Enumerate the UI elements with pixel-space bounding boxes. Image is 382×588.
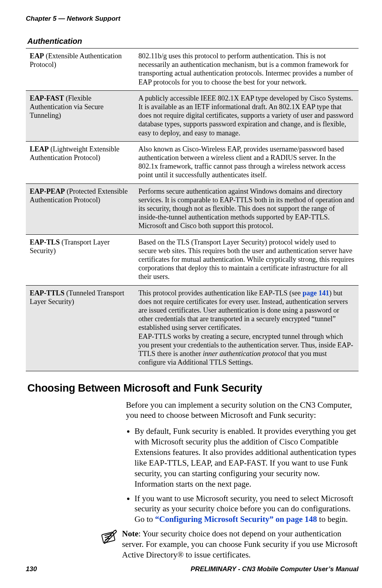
note-label: Note: [122, 529, 138, 538]
term-rest: (Extensible Authentication Protocol): [30, 52, 122, 68]
page: Chapter 5 — Network Support Authenticati…: [0, 0, 382, 588]
footer-title: PRELIMINARY - CN3 Mobile Computer User’s…: [191, 565, 359, 573]
term-bold: EAP-TLS: [30, 238, 60, 246]
note-icon: [100, 529, 122, 547]
page-link[interactable]: “Configuring Microsoft Security” on page…: [155, 514, 317, 524]
term-bold: EAP: [30, 52, 44, 60]
term-bold: EAP-FAST: [30, 94, 64, 102]
desc-cell: Performs secure authentication against W…: [135, 183, 359, 234]
running-head: Chapter 5 — Network Support: [26, 15, 359, 23]
term-bold: LEAP: [30, 145, 49, 153]
note-body: : Your security choice does not depend o…: [122, 529, 357, 559]
page-number: 130: [26, 565, 37, 573]
bullet-list: By default, Funk security is enabled. It…: [126, 426, 359, 525]
term-cell: EAP-PEAP (Protected Extensible Authentic…: [26, 183, 135, 234]
bullet-text: to begin.: [317, 514, 348, 524]
section-heading-authentication: Authentication: [27, 37, 359, 46]
desc-cell: A publicly accessible IEEE 802.1X EAP ty…: [135, 90, 359, 141]
table-row: EAP-TLS (Transport Layer Security) Based…: [26, 234, 359, 285]
heading-choosing-security: Choosing Between Microsoft and Funk Secu…: [27, 382, 359, 394]
note-text: Note: Your security choice does not depe…: [122, 529, 359, 560]
desc-italic: inner authentication protocol: [203, 350, 287, 358]
term-bold: EAP-TTLS: [30, 289, 65, 297]
desc-cell: Based on the TLS (Transport Layer Securi…: [135, 234, 359, 285]
term-cell: EAP-TLS (Transport Layer Security): [26, 234, 135, 285]
list-item: By default, Funk security is enabled. It…: [135, 426, 359, 489]
list-item: If you want to use Microsoft security, y…: [135, 493, 359, 525]
table-row: LEAP (Lightweight Extensible Authenticat…: [26, 141, 359, 183]
table-row: EAP (Extensible Authentication Protocol)…: [26, 49, 359, 91]
desc-cell: 802.11b/g uses this protocol to perform …: [135, 49, 359, 91]
intro-paragraph: Before you can implement a security solu…: [126, 400, 359, 421]
authentication-table: EAP (Extensible Authentication Protocol)…: [26, 48, 359, 371]
term-cell: EAP-TTLS (Tunneled Transport Layer Secur…: [26, 285, 135, 371]
body-column: Before you can implement a security solu…: [126, 400, 359, 525]
note-block: Note: Your security choice does not depe…: [100, 529, 359, 560]
footer: 130 PRELIMINARY - CN3 Mobile Computer Us…: [26, 565, 359, 573]
desc-cell: This protocol provides authentication li…: [135, 285, 359, 371]
term-cell: EAP (Extensible Authentication Protocol): [26, 49, 135, 91]
desc-text: This protocol provides authentication li…: [138, 289, 303, 297]
table-row: EAP-FAST (Flexible Authentication via Se…: [26, 90, 359, 141]
term-bold: EAP-PEAP: [30, 187, 65, 195]
table-row: EAP-PEAP (Protected Extensible Authentic…: [26, 183, 359, 234]
page-link[interactable]: page 141: [303, 289, 329, 297]
term-cell: EAP-FAST (Flexible Authentication via Se…: [26, 90, 135, 141]
desc-cell: Also known as Cisco-Wireless EAP, provid…: [135, 141, 359, 183]
table-row: EAP-TTLS (Tunneled Transport Layer Secur…: [26, 285, 359, 371]
term-cell: LEAP (Lightweight Extensible Authenticat…: [26, 141, 135, 183]
